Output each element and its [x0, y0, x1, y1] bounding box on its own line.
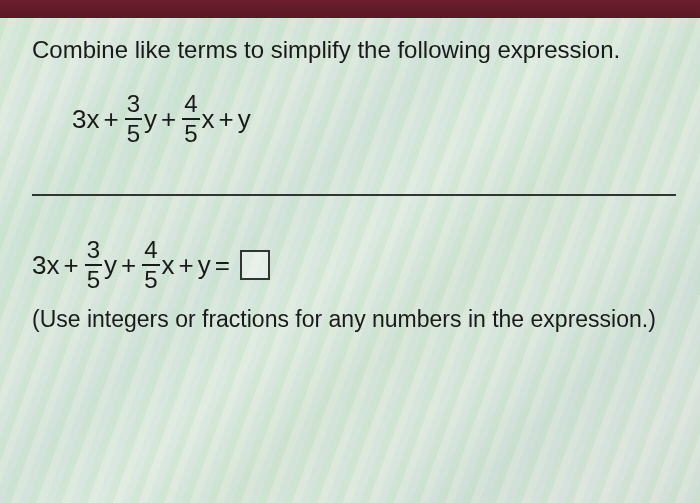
fraction: 3 5 [85, 238, 102, 292]
fraction: 4 5 [142, 238, 159, 292]
term: y [198, 250, 211, 281]
term: x [202, 104, 215, 135]
term: 3x [72, 104, 99, 135]
numerator: 4 [142, 238, 159, 264]
answer-expression: 3x + 3 5 y + 4 5 x + y = [32, 238, 676, 292]
term: y [104, 250, 117, 281]
denominator: 5 [142, 264, 159, 292]
numerator: 3 [85, 238, 102, 264]
window-title-bar [0, 0, 700, 18]
operator-plus: + [63, 250, 78, 281]
term: x [162, 250, 175, 281]
operator-plus: + [161, 104, 176, 135]
operator-plus: + [219, 104, 234, 135]
answer-input[interactable] [240, 250, 270, 280]
instruction-hint: (Use integers or fractions for any numbe… [32, 306, 676, 333]
section-divider [32, 194, 676, 196]
question-panel: Combine like terms to simplify the follo… [0, 18, 700, 503]
fraction: 3 5 [125, 92, 142, 146]
equals-sign: = [215, 250, 230, 281]
operator-plus: + [103, 104, 118, 135]
numerator: 3 [125, 92, 142, 118]
denominator: 5 [125, 118, 142, 146]
term: y [238, 104, 251, 135]
operator-plus: + [179, 250, 194, 281]
fraction: 4 5 [182, 92, 199, 146]
question-prompt: Combine like terms to simplify the follo… [32, 36, 676, 64]
denominator: 5 [182, 118, 199, 146]
term: y [144, 104, 157, 135]
operator-plus: + [121, 250, 136, 281]
term: 3x [32, 250, 59, 281]
denominator: 5 [85, 264, 102, 292]
expression-display: 3x + 3 5 y + 4 5 x + y [72, 92, 676, 146]
numerator: 4 [182, 92, 199, 118]
